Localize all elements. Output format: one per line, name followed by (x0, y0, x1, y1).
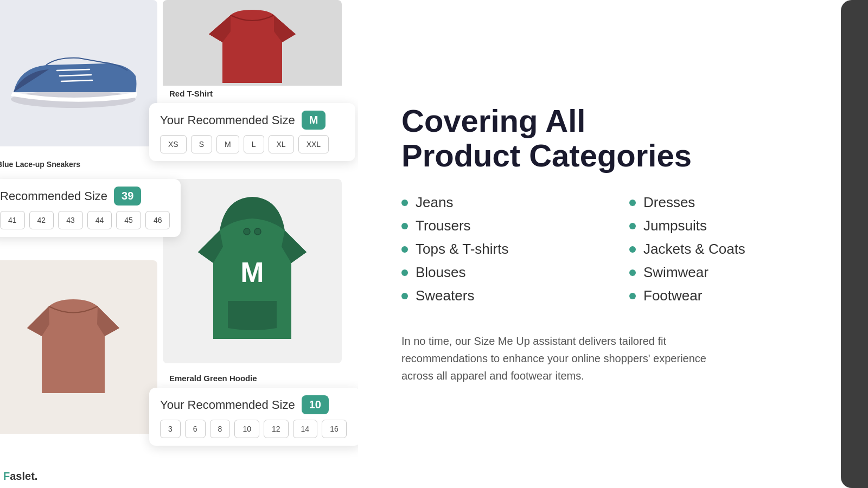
hoodie-size-14[interactable]: 14 (293, 420, 318, 438)
hoodie-rec-row: Your Recommended Size 10 (160, 395, 350, 414)
svg-point-6 (254, 228, 261, 235)
tshirt-label: Red T-Shirt (163, 86, 342, 101)
hoodie-rec-card: Your Recommended Size 10 3 6 8 10 12 14 … (149, 388, 358, 446)
sneaker-card (0, 0, 157, 146)
bullet-blouses (401, 269, 408, 276)
brown-tshirt-svg (19, 285, 127, 409)
sneaker-size-41[interactable]: 41 (0, 211, 25, 229)
sneaker-label: Blue Lace-up Sneakers (0, 157, 157, 171)
description-text: In no time, our Size Me Up assistant del… (401, 332, 727, 384)
hoodie-rec-text: Your Recommended Size (160, 398, 295, 412)
hoodie-label: Emerald Green Hoodie (163, 371, 342, 385)
hoodie-rec-badge: 10 (302, 395, 329, 414)
bullet-trousers (401, 223, 408, 229)
bullet-swimwear (629, 269, 636, 276)
sneaker-image (0, 0, 157, 146)
faslet-logo: Faslet. (3, 470, 37, 483)
dark-side-panel (841, 0, 868, 488)
tshirt-size-l[interactable]: L (244, 135, 264, 153)
cat-jeans: Jeans (401, 194, 597, 211)
sneaker-size-44[interactable]: 44 (87, 211, 112, 229)
categories-grid: Jeans Trousers Tops & T-shirts Blouses S… (401, 194, 825, 311)
tshirt-card (163, 0, 342, 95)
cat-trousers: Trousers (401, 217, 597, 234)
bullet-sweaters (401, 293, 408, 299)
title-line2: Product Categories (401, 138, 692, 173)
hoodie-size-16[interactable]: 16 (322, 420, 347, 438)
cat-dresses: Dresses (629, 194, 825, 211)
hoodie-size-3[interactable]: 3 (160, 420, 181, 438)
tshirt-size-options: XS S M L XL XXL (160, 135, 344, 153)
tshirt-rec-row: Your Recommended Size M (160, 111, 344, 130)
cat-blouses: Blouses (401, 264, 597, 281)
sneaker-size-options: 41 42 43 44 45 46 (0, 211, 170, 229)
main-heading: Covering All Product Categories (401, 104, 825, 173)
left-panel: Blue Lace-up Sneakers Recommended Size 3… (0, 0, 358, 488)
right-panel: Covering All Product Categories Jeans Tr… (358, 0, 868, 488)
brown-tshirt-card (0, 260, 157, 434)
hoodie-size-12[interactable]: 12 (264, 420, 289, 438)
sneaker-size-45[interactable]: 45 (116, 211, 141, 229)
sneaker-rec-badge: 39 (114, 187, 141, 206)
tshirt-rec-text: Your Recommended Size (160, 113, 295, 127)
tshirt-size-m[interactable]: M (216, 135, 239, 153)
tshirt-svg (198, 4, 307, 91)
bullet-jackets (629, 246, 636, 253)
cat-tops: Tops & T-shirts (401, 241, 597, 258)
hoodie-size-options: 3 6 8 10 12 14 16 (160, 420, 350, 438)
title-line1: Covering All (401, 103, 585, 138)
cat-jackets: Jackets & Coats (629, 241, 825, 258)
bullet-jeans (401, 200, 408, 206)
sneaker-rec-text: Recommended Size (0, 189, 107, 203)
sneaker-size-42[interactable]: 42 (29, 211, 54, 229)
bullet-jumpsuits (629, 223, 636, 229)
svg-point-5 (244, 228, 250, 235)
tshirt-size-xl[interactable]: XL (269, 135, 294, 153)
cat-swimwear: Swimwear (629, 264, 825, 281)
tshirt-rec-card: Your Recommended Size M XS S M L XL XXL (149, 103, 355, 161)
brown-tshirt-image (0, 260, 157, 434)
hoodie-size-6[interactable]: 6 (185, 420, 206, 438)
svg-text:M: M (240, 256, 264, 288)
sneaker-size-46[interactable]: 46 (145, 211, 170, 229)
cat-sweaters: Sweaters (401, 287, 597, 304)
hoodie-size-10[interactable]: 10 (234, 420, 259, 438)
categories-col2: Dresses Jumpsuits Jackets & Coats Swimwe… (629, 194, 825, 311)
cat-jumpsuits: Jumpsuits (629, 217, 825, 234)
bullet-footwear (629, 293, 636, 299)
cat-footwear: Footwear (629, 287, 825, 304)
tshirt-size-s[interactable]: S (191, 135, 212, 153)
faslet-logo-f: F (3, 470, 10, 482)
bullet-dresses (629, 200, 636, 206)
bullet-tops (401, 246, 408, 253)
tshirt-size-xs[interactable]: XS (160, 135, 187, 153)
sneaker-rec-row: Recommended Size 39 (0, 187, 170, 206)
tshirt-size-xxl[interactable]: XXL (298, 135, 329, 153)
sneaker-svg (3, 24, 144, 122)
faslet-logo-text: aslet. (10, 470, 37, 482)
sneaker-rec-card: Recommended Size 39 41 42 43 44 45 46 (0, 179, 181, 237)
sneaker-size-43[interactable]: 43 (58, 211, 83, 229)
tshirt-image (163, 0, 342, 95)
hoodie-svg: M (193, 192, 312, 350)
categories-col1: Jeans Trousers Tops & T-shirts Blouses S… (401, 194, 597, 311)
hoodie-card: M (163, 179, 342, 363)
hoodie-image: M (163, 179, 342, 363)
tshirt-rec-badge: M (302, 111, 326, 130)
hoodie-size-8[interactable]: 8 (210, 420, 231, 438)
